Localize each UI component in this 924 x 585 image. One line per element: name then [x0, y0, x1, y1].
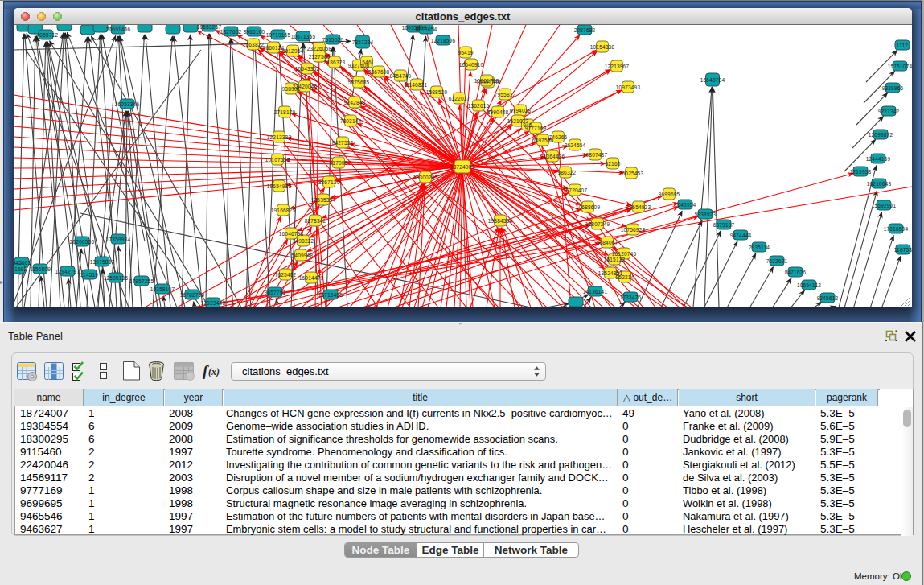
svg-text:12444159: 12444159: [866, 156, 891, 162]
svg-text:7357224: 7357224: [352, 39, 374, 45]
svg-text:917006: 917006: [330, 160, 348, 166]
svg-text:10358107: 10358107: [150, 286, 175, 292]
svg-text:1588520: 1588520: [426, 89, 448, 95]
svg-text:2367608: 2367608: [368, 69, 390, 75]
svg-text:12213967: 12213967: [605, 64, 630, 69]
svg-text:10654112: 10654112: [797, 282, 821, 288]
svg-text:16648784: 16648784: [700, 77, 725, 83]
svg-text:3912954: 3912954: [282, 48, 304, 54]
svg-text:3498222: 3498222: [293, 238, 314, 244]
svg-text:18807249: 18807249: [585, 221, 610, 227]
svg-text:12505135: 12505135: [104, 275, 129, 281]
svg-text:16543362: 16543362: [295, 66, 320, 72]
svg-text:13535394: 13535394: [311, 197, 336, 203]
svg-text:10107553: 10107553: [265, 157, 290, 163]
svg-text:12213383: 12213383: [267, 134, 292, 140]
svg-text:6794028: 6794028: [510, 108, 532, 113]
svg-text:10671355: 10671355: [291, 34, 316, 39]
svg-text:9245612: 9245612: [817, 295, 839, 301]
svg-text:252214: 252214: [616, 274, 634, 280]
svg-text:15692901: 15692901: [872, 203, 897, 208]
svg-text:2935114: 2935114: [749, 245, 770, 250]
svg-text:8454749: 8454749: [390, 73, 412, 79]
svg-text:8990448: 8990448: [487, 109, 509, 115]
svg-text:7625402: 7625402: [275, 272, 297, 278]
svg-text:1362615: 1362615: [468, 103, 490, 109]
svg-text:9699695: 9699695: [659, 192, 680, 197]
svg-text:10719155: 10719155: [266, 32, 291, 38]
svg-text:8427552: 8427552: [332, 140, 354, 146]
svg-text:1733426: 1733426: [620, 295, 642, 300]
svg-text:8186323: 8186323: [324, 60, 346, 65]
svg-text:19654985: 19654985: [267, 183, 292, 189]
svg-text:16046798: 16046798: [279, 231, 304, 237]
svg-text:1615132: 1615132: [604, 257, 626, 262]
svg-text:9329966: 9329966: [882, 85, 904, 91]
svg-text:12218506: 12218506: [431, 38, 456, 43]
svg-text:9657791: 9657791: [265, 290, 286, 295]
svg-text:1156809: 1156809: [30, 266, 51, 272]
svg-text:9084067: 9084067: [597, 240, 618, 245]
svg-text:116753: 116753: [894, 247, 912, 253]
svg-text:15409948: 15409948: [289, 253, 314, 258]
svg-text:10961758: 10961758: [474, 78, 499, 84]
svg-text:7986322: 7986322: [555, 170, 577, 175]
svg-text:16120746: 16120746: [612, 251, 637, 257]
svg-text:6379197: 6379197: [713, 222, 735, 228]
svg-text:12923448: 12923448: [201, 300, 226, 306]
svg-text:3624554: 3624554: [565, 142, 586, 148]
svg-text:7632621: 7632621: [766, 258, 788, 264]
svg-text:16640910: 16640910: [459, 62, 484, 68]
svg-text:9474444: 9474444: [730, 233, 752, 238]
svg-text:5938923: 5938923: [695, 212, 717, 217]
svg-text:16210643: 16210643: [867, 181, 892, 187]
svg-text:26053346: 26053346: [115, 101, 140, 107]
svg-text:23226058: 23226058: [307, 46, 332, 51]
svg-text:14055712: 14055712: [34, 32, 59, 38]
svg-text:9227342: 9227342: [878, 109, 900, 114]
svg-text:19384554: 19384554: [488, 218, 513, 224]
svg-text:8471626: 8471626: [785, 270, 807, 275]
svg-text:17957255: 17957255: [129, 278, 154, 284]
svg-text:8813054: 8813054: [416, 27, 437, 32]
svg-text:7803144: 7803144: [340, 118, 362, 124]
svg-text:6322037: 6322037: [449, 96, 470, 101]
svg-text:10807487: 10807487: [583, 152, 608, 158]
svg-text:17359934: 17359934: [106, 237, 131, 242]
svg-text:5875685: 5875685: [348, 80, 370, 85]
svg-text:15751074: 15751074: [888, 64, 912, 69]
svg-text:9146821: 9146821: [406, 82, 428, 88]
svg-text:(x): (x): [208, 366, 220, 377]
svg-text:18724007: 18724007: [450, 164, 475, 170]
svg-text:945061: 945061: [14, 260, 31, 266]
svg-text:95419: 95419: [458, 50, 473, 56]
svg-text:17016504: 17016504: [884, 226, 909, 232]
svg-text:546: 546: [362, 60, 372, 65]
svg-text:2718179: 2718179: [274, 109, 296, 115]
svg-text:9660124: 9660124: [263, 45, 285, 51]
svg-text:9777169: 9777169: [525, 126, 547, 131]
svg-text:8966160: 8966160: [244, 29, 265, 35]
svg-text:21364436: 21364436: [540, 154, 565, 159]
svg-text:16782759: 16782759: [180, 292, 205, 298]
svg-text:16914479: 16914479: [299, 275, 324, 281]
svg-text:8878342: 8878342: [305, 218, 326, 224]
svg-text:12093872: 12093872: [869, 132, 893, 138]
svg-text:18300295: 18300295: [413, 175, 438, 180]
svg-text:7955812: 7955812: [495, 92, 516, 97]
svg-text:10653267: 10653267: [197, 25, 222, 30]
svg-text:14136141: 14136141: [583, 289, 608, 295]
svg-text:10154838: 10154838: [590, 44, 615, 50]
svg-text:62160: 62160: [605, 161, 620, 167]
svg-text:1112: 1112: [897, 43, 908, 48]
svg-text:19654923: 19654923: [626, 204, 651, 210]
svg-text:10688609: 10688609: [576, 204, 601, 210]
svg-text:10025453: 10025453: [619, 171, 644, 176]
svg-text:1640954: 1640954: [675, 202, 696, 208]
svg-text:2087682: 2087682: [574, 27, 596, 33]
svg-text:391593: 391593: [14, 266, 27, 272]
svg-text:1327602: 1327602: [220, 29, 242, 35]
svg-text:20206556: 20206556: [70, 239, 95, 245]
svg-text:19166825: 19166825: [271, 208, 296, 213]
svg-text:6497568: 6497568: [532, 138, 554, 143]
